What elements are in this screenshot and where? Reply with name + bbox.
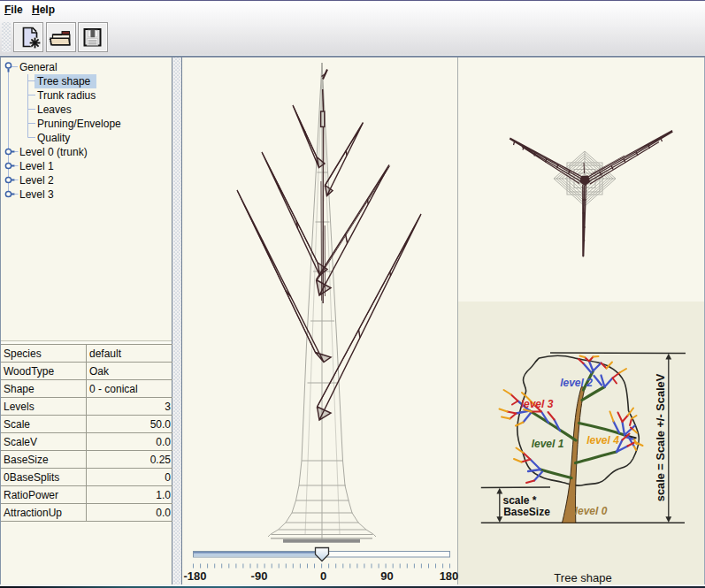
svg-text:scale = Scale +/- ScaleV: scale = Scale +/- ScaleV [654, 373, 667, 501]
svg-text:Tree shape: Tree shape [554, 571, 611, 584]
svg-text:level 2: level 2 [560, 377, 593, 389]
svg-text:-180: -180 [183, 569, 206, 583]
svg-text:level 4: level 4 [586, 434, 619, 447]
svg-text:-90: -90 [251, 569, 268, 583]
svg-text:level 3: level 3 [521, 398, 554, 410]
svg-text:BaseSize: BaseSize [503, 506, 550, 518]
svg-text:0: 0 [320, 569, 326, 583]
svg-text:level 1: level 1 [532, 438, 564, 450]
svg-text:180: 180 [440, 569, 459, 583]
svg-text:90: 90 [380, 569, 393, 583]
svg-text:level 0: level 0 [575, 505, 608, 517]
